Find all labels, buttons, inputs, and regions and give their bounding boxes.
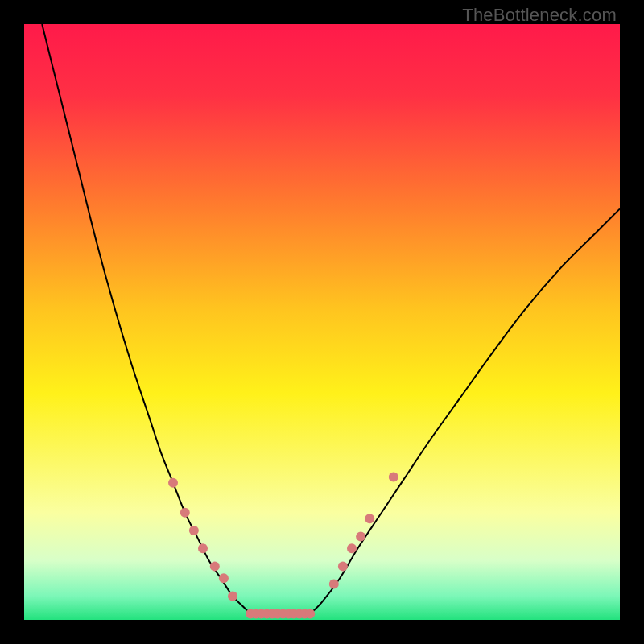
flat-bottom-layer — [246, 609, 315, 619]
scatter-dot — [356, 531, 365, 541]
scatter-dot — [228, 591, 237, 601]
flat-dot — [305, 609, 315, 619]
scatter-dot — [168, 478, 178, 488]
chart-frame — [24, 24, 620, 620]
scatter-dot — [389, 472, 398, 481]
scatter-dot — [347, 543, 357, 553]
gradient-background — [24, 24, 620, 620]
scatter-dot — [338, 561, 348, 571]
scatter-dot — [189, 526, 199, 535]
scatter-dot — [180, 508, 190, 518]
scatter-dot — [219, 573, 229, 583]
scatter-dot — [198, 543, 208, 553]
scatter-dot — [329, 580, 339, 589]
scatter-dot — [365, 514, 374, 523]
bottleneck-chart — [24, 24, 620, 620]
watermark-text: TheBottleneck.com — [462, 5, 617, 26]
scatter-dot — [210, 561, 220, 571]
